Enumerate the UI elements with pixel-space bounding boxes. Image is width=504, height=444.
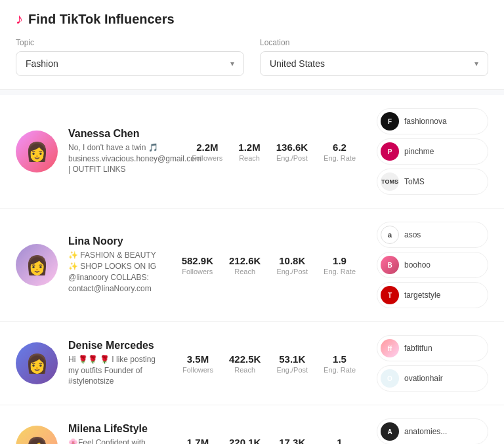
eng-post-value: 53.1K [276, 353, 308, 365]
tiktok-icon: ♪ [16, 10, 23, 28]
influencer-card: 👩 Milena LifeStyle 🌸Feel Confident with … [0, 405, 504, 444]
eng-post-label: Eng./Post [276, 268, 308, 275]
stat-eng-post: 10.8K Eng./Post [276, 255, 308, 275]
brand-list: ff fabfitfun O ovationhair [377, 335, 488, 392]
brand-list: a asos B boohoo T targetstyle [377, 222, 488, 308]
brand-name: boohoo [404, 260, 430, 270]
reach-label: Reach [229, 268, 261, 275]
chevron-down-icon: ▾ [474, 59, 478, 68]
brand-tag[interactable]: TOMS ToMS [377, 169, 488, 195]
eng-rate-label: Eng. Rate [324, 366, 356, 374]
brand-tag[interactable]: B boohoo [377, 252, 488, 278]
stat-eng-rate: 1.9 Eng. Rate [324, 255, 356, 275]
brand-logo: P [381, 142, 399, 161]
influencer-bio: No, I don't have a twin 🎵 business.vivac… [68, 142, 171, 175]
eng-rate-value: 6.2 [324, 142, 356, 153]
topic-select[interactable]: Fashion ▾ [16, 51, 244, 76]
stat-followers: 582.9K Followers [182, 255, 213, 275]
eng-post-value: 136.6K [276, 142, 308, 153]
brand-logo: TOMS [381, 172, 399, 191]
eng-post-value: 10.8K [276, 255, 308, 266]
brand-logo: O [381, 369, 399, 388]
followers-value: 1.7M [182, 437, 213, 445]
influencer-name: Vanessa Chen [68, 128, 171, 140]
page-title: ♪ Find TikTok Influencers [16, 10, 488, 28]
eng-post-value: 17.3K [276, 437, 308, 445]
brand-name: anatomies... [404, 427, 447, 436]
influencer-bio: ✨ FASHION & BEAUTY ✨ SHOP LOOKS ON IG @l… [68, 250, 161, 294]
brand-logo: T [381, 286, 399, 304]
stat-reach: 1.2M Reach [238, 142, 260, 162]
topic-label: Topic [16, 38, 244, 47]
location-label: Location [260, 38, 488, 47]
eng-rate-value: 1.5 [324, 353, 356, 365]
brand-tag[interactable]: T targetstyle [377, 282, 488, 308]
influencer-stats: 1.7M Followers 220.1K Reach 17.3K Eng./P… [182, 437, 356, 445]
followers-label: Followers [192, 154, 222, 162]
reach-value: 220.1K [229, 437, 261, 445]
influencer-stats: 2.2M Followers 1.2M Reach 136.6K Eng./Po… [192, 142, 356, 162]
brand-logo: B [381, 256, 399, 274]
influencer-info: Lina Noory ✨ FASHION & BEAUTY ✨ SHOP LOO… [68, 235, 161, 294]
brand-name: targetstyle [404, 291, 440, 300]
influencer-info: Milena LifeStyle 🌸Feel Confident with Af… [68, 423, 161, 444]
reach-label: Reach [238, 154, 260, 162]
location-select[interactable]: United States ▾ [260, 51, 488, 76]
brand-logo: a [381, 226, 399, 244]
brand-tag[interactable]: F fashionnova [377, 108, 488, 134]
eng-rate-value: 1.9 [324, 255, 356, 266]
influencer-bio: 🌸Feel Confident with Affordable Fashion!… [68, 437, 161, 444]
eng-rate-label: Eng. Rate [324, 268, 356, 275]
stat-eng-post: 53.1K Eng./Post [276, 353, 308, 374]
avatar: 👩 [16, 244, 58, 286]
brand-list: F fashionnova P pinchme TOMS ToMS [377, 108, 488, 195]
stat-followers: 2.2M Followers [192, 142, 222, 162]
chevron-down-icon: ▾ [230, 59, 234, 68]
eng-rate-label: Eng. Rate [324, 154, 356, 162]
reach-value: 422.5K [229, 353, 261, 365]
brand-name: fabfitfun [404, 344, 432, 353]
followers-value: 3.5M [182, 353, 213, 365]
stat-eng-post: 17.3K Eng./Post [276, 437, 308, 445]
followers-value: 582.9K [182, 255, 213, 266]
influencer-stats: 582.9K Followers 212.6K Reach 10.8K Eng.… [182, 255, 356, 275]
influencer-card: 👩 Lina Noory ✨ FASHION & BEAUTY ✨ SHOP L… [0, 209, 504, 322]
avatar: 👩 [16, 426, 58, 444]
brand-tag[interactable]: A anatomies... [377, 418, 488, 444]
influencer-list: 👩 Vanessa Chen No, I don't have a twin 🎵… [0, 90, 504, 444]
influencer-info: Vanessa Chen No, I don't have a twin 🎵 b… [68, 128, 171, 175]
stat-reach: 220.1K Reach [229, 437, 261, 445]
brand-tag[interactable]: P pinchme [377, 138, 488, 165]
reach-value: 1.2M [238, 142, 260, 153]
stat-followers: 1.7M Followers [182, 437, 213, 445]
reach-value: 212.6K [229, 255, 261, 266]
influencer-bio: Hi 🌹🌹 🌹 I like posting my outfits Founde… [68, 354, 161, 387]
avatar: 👩 [16, 342, 58, 384]
followers-label: Followers [182, 366, 213, 374]
stat-reach: 422.5K Reach [229, 353, 261, 374]
brand-tag[interactable]: a asos [377, 222, 488, 248]
stat-reach: 212.6K Reach [229, 255, 261, 275]
influencer-name: Milena LifeStyle [68, 423, 161, 435]
location-filter: Location United States ▾ [260, 38, 488, 76]
influencer-stats: 3.5M Followers 422.5K Reach 53.1K Eng./P… [182, 353, 356, 374]
brand-tag[interactable]: O ovationhair [377, 365, 488, 392]
avatar: 👩 [16, 131, 58, 172]
influencer-card: 👩 Vanessa Chen No, I don't have a twin 🎵… [0, 95, 504, 209]
brand-logo: A [381, 422, 399, 441]
stat-eng-rate: 6.2 Eng. Rate [324, 142, 356, 162]
topic-value: Fashion [26, 58, 58, 69]
brand-logo: ff [381, 339, 399, 357]
brand-tag[interactable]: ff fabfitfun [377, 335, 488, 361]
brand-name: ovationhair [404, 374, 443, 383]
location-value: United States [270, 58, 325, 69]
eng-post-label: Eng./Post [276, 366, 308, 374]
eng-rate-value: 1 [324, 437, 356, 445]
brand-logo: F [381, 112, 399, 131]
brand-name: pinchme [404, 147, 434, 156]
stat-eng-rate: 1 Eng. Rate [324, 437, 356, 445]
brand-name: fashionnova [404, 117, 447, 126]
stat-eng-post: 136.6K Eng./Post [276, 142, 308, 162]
influencer-name: Lina Noory [68, 235, 161, 247]
brand-name: ToMS [404, 177, 425, 186]
